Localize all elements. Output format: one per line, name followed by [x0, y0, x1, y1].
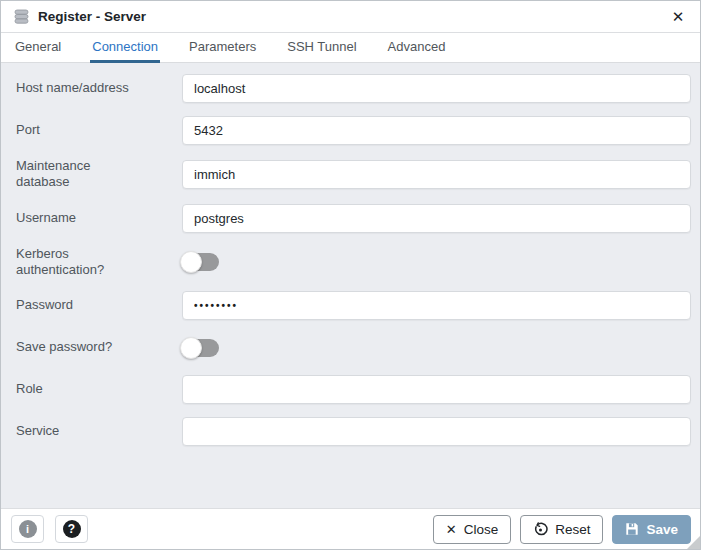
- username-label: Username: [16, 210, 182, 226]
- dialog-footer: i ? ✕ Close Reset: [1, 508, 700, 549]
- maintenance-db-label: Maintenance database: [16, 158, 182, 191]
- port-label: Port: [16, 122, 182, 138]
- close-dialog-icon[interactable]: ✕: [668, 7, 688, 27]
- toggle-knob: [180, 251, 202, 273]
- form-row: Role: [16, 375, 691, 404]
- service-label: Service: [16, 423, 182, 439]
- host-label: Host name/address: [16, 80, 182, 96]
- form-row: Username: [16, 204, 691, 233]
- maintenance-db-input[interactable]: [182, 160, 691, 189]
- save-password-toggle[interactable]: [182, 339, 219, 357]
- password-label: Password: [16, 297, 182, 313]
- form-row: Password: [16, 291, 691, 320]
- form-row: Save password?: [16, 333, 691, 362]
- server-stack-icon: [13, 8, 30, 25]
- close-button-label: Close: [464, 522, 499, 537]
- title-bar: Register - Server ✕: [1, 1, 700, 33]
- tab-connection[interactable]: Connection: [90, 33, 160, 63]
- role-label: Role: [16, 381, 182, 397]
- resize-handle[interactable]: [687, 536, 700, 549]
- close-button[interactable]: ✕ Close: [433, 515, 511, 544]
- service-input[interactable]: [182, 417, 691, 446]
- form-row: Kerberos authentication?: [16, 246, 691, 279]
- kerberos-toggle[interactable]: [182, 253, 219, 271]
- form-row: Port: [16, 116, 691, 145]
- form-row: Service: [16, 417, 691, 446]
- tab-general[interactable]: General: [13, 33, 63, 63]
- reset-button-label: Reset: [555, 522, 590, 537]
- kerberos-label: Kerberos authentication?: [16, 246, 182, 279]
- port-input[interactable]: [182, 116, 691, 145]
- dialog-title: Register - Server: [38, 9, 146, 24]
- tab-bar: General Connection Parameters SSH Tunnel…: [1, 33, 700, 63]
- tab-advanced[interactable]: Advanced: [386, 33, 448, 63]
- reset-icon: [533, 522, 548, 537]
- info-button[interactable]: i: [11, 515, 44, 543]
- host-input[interactable]: [182, 74, 691, 103]
- reset-button[interactable]: Reset: [520, 515, 603, 544]
- save-button-label: Save: [646, 522, 678, 537]
- role-input[interactable]: [182, 375, 691, 404]
- close-x-icon: ✕: [446, 522, 457, 537]
- save-floppy-icon: [625, 522, 639, 536]
- connection-form: Host name/address Port Maintenance datab…: [1, 63, 700, 508]
- form-row: Host name/address: [16, 74, 691, 103]
- username-input[interactable]: [182, 204, 691, 233]
- form-row: Maintenance database: [16, 158, 691, 191]
- register-server-dialog: Register - Server ✕ General Connection P…: [0, 0, 701, 550]
- save-button[interactable]: Save: [612, 515, 691, 544]
- tab-parameters[interactable]: Parameters: [187, 33, 258, 63]
- info-icon: i: [19, 520, 37, 538]
- save-password-label: Save password?: [16, 339, 182, 355]
- toggle-knob: [180, 337, 202, 359]
- help-button[interactable]: ?: [55, 515, 88, 543]
- help-icon: ?: [63, 520, 81, 538]
- tab-ssh-tunnel[interactable]: SSH Tunnel: [285, 33, 358, 63]
- password-input[interactable]: [182, 291, 691, 320]
